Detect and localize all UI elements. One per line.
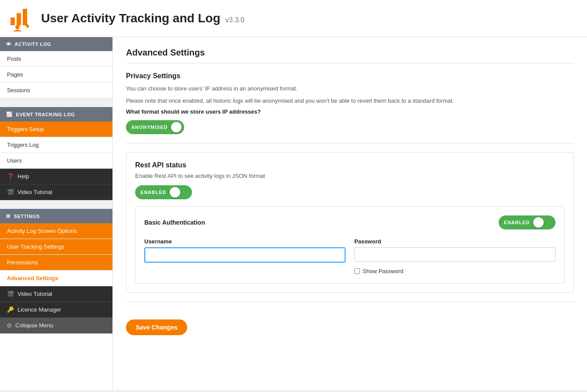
eye-icon: 👁 (6, 42, 11, 47)
svg-rect-0 (10, 17, 15, 25)
username-field-group: Username (144, 238, 346, 274)
api-enabled-toggle[interactable]: ENABLED (135, 185, 192, 199)
auth-enabled-toggle[interactable]: ENABLED (499, 215, 556, 229)
show-password-label[interactable]: Show Password (363, 268, 403, 274)
api-divider (126, 143, 574, 143)
video-icon-top: 🎬 (7, 189, 14, 195)
sidebar-item-video-tutorial-top[interactable]: 🎬 Video Tutorial (0, 184, 112, 200)
sidebar-section-event-tracking: 📈 EVENT TRACKING LOG (0, 107, 112, 121)
privacy-desc1: You can choose to store users' IP addres… (126, 84, 574, 93)
app-logo-icon (9, 5, 35, 31)
video-icon-bottom: 🎬 (7, 291, 14, 297)
privacy-desc2: Please note that once enabled, all histo… (126, 97, 574, 105)
sidebar-item-collapse-menu[interactable]: ⊙ Collapse Menu (0, 318, 112, 333)
auth-toggle-knob (533, 217, 544, 228)
sidebar-item-user-tracking[interactable]: User Tracking Settings (0, 239, 112, 255)
sidebar-item-licence-manager[interactable]: 🔑 Licence Manager (0, 302, 112, 318)
password-field-group: Password Show Password (354, 238, 556, 274)
username-label: Username (144, 238, 346, 245)
api-card-desc: Enable Rest API to see activity logs in … (135, 173, 565, 179)
app-version: v3.3.0 (225, 16, 245, 24)
api-toggle-label: ENABLED (140, 190, 166, 195)
sidebar-item-help[interactable]: ❓ Help (0, 169, 112, 184)
sidebar-item-triggers-log[interactable]: Triggers Log (0, 137, 112, 153)
settings-icon: ⊞ (6, 213, 10, 219)
auth-toggle-label: ENABLED (504, 220, 530, 225)
main-content: Advanced Settings Privacy Settings You c… (113, 37, 587, 390)
save-changes-button[interactable]: Save Changes (126, 319, 187, 335)
collapse-icon: ⊙ (7, 322, 12, 329)
auth-card-title: Basic Authentication (144, 219, 205, 226)
anonymised-toggle-label: ANONYMISED (131, 125, 168, 130)
bottom-divider (126, 302, 574, 302)
sidebar-item-video-tutorial-bottom[interactable]: 🎬 Video Tutorial (0, 286, 112, 302)
header-title-group: User Activity Tracking and Log v3.3.0 (41, 11, 245, 25)
svg-point-3 (15, 25, 20, 29)
password-label: Password (354, 238, 556, 245)
sidebar-section-activity-log: 👁 ACTIVITY LOG (0, 37, 112, 51)
sidebar-item-activity-log-screen[interactable]: Activity Log Screen Options (0, 223, 112, 239)
anonymised-toggle[interactable]: ANONYMISED (126, 120, 184, 134)
privacy-heading: Privacy Settings (126, 72, 574, 80)
title-divider (126, 63, 574, 63)
sidebar-item-sessions[interactable]: Sessions (0, 83, 112, 98)
api-card: Rest API status Enable Rest API to see a… (126, 152, 574, 293)
sidebar: 👁 ACTIVITY LOG Posts Pages Sessions 📈 EV… (0, 37, 113, 390)
sidebar-item-permissions[interactable]: Permissions (0, 255, 112, 271)
auth-card: Basic Authentication ENABLED Username Pa… (135, 206, 565, 284)
sidebar-item-pages[interactable]: Pages (0, 67, 112, 83)
sidebar-item-advanced-settings[interactable]: Advanced Settings (0, 271, 112, 286)
auth-fields-row: Username Password Show Password (144, 238, 556, 274)
svg-rect-1 (17, 13, 21, 25)
api-card-title: Rest API status (135, 161, 565, 169)
api-toggle-knob (170, 187, 180, 198)
trend-icon: 📈 (6, 111, 13, 117)
show-password-checkbox[interactable] (354, 268, 360, 274)
app-title: User Activity Tracking and Log (41, 11, 220, 25)
key-icon: 🔑 (7, 306, 14, 313)
sidebar-item-users[interactable]: Users (0, 153, 112, 169)
format-question: What format should we store users IP add… (126, 108, 574, 115)
username-input[interactable] (144, 247, 346, 263)
sidebar-item-posts[interactable]: Posts (0, 51, 112, 67)
app-header: User Activity Tracking and Log v3.3.0 (0, 0, 587, 37)
sidebar-section-settings: ⊞ SETTINGS (0, 209, 112, 223)
password-input[interactable] (354, 247, 556, 262)
page-title: Advanced Settings (126, 48, 574, 58)
sidebar-item-triggers-setup[interactable]: Triggers Setup (0, 121, 112, 137)
anonymised-toggle-knob (171, 122, 182, 132)
help-icon: ❓ (7, 173, 14, 180)
show-password-row: Show Password (354, 268, 556, 274)
auth-card-header: Basic Authentication ENABLED (144, 215, 556, 229)
